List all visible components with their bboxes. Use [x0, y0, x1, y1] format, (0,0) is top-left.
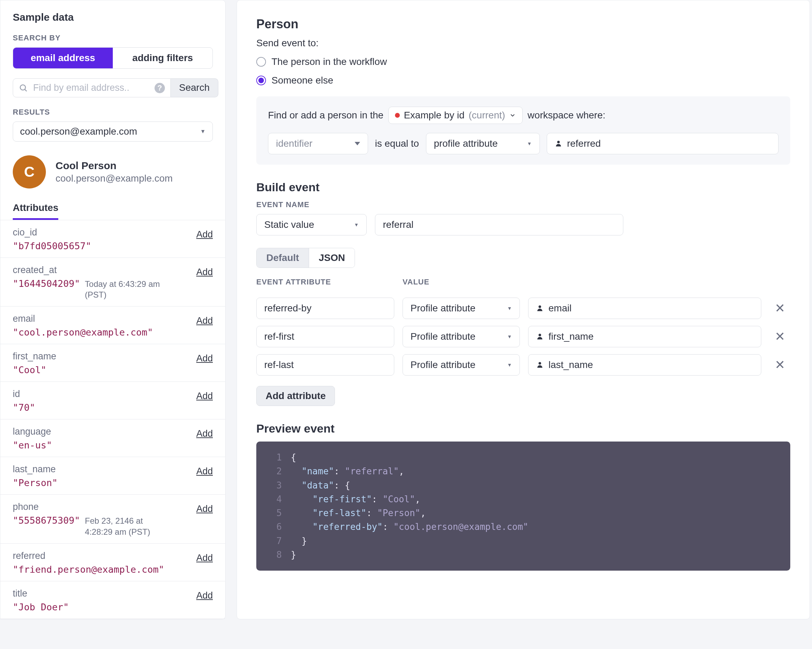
- send-to-label: Send event to:: [256, 38, 790, 49]
- radio-label: The person in the workflow: [272, 56, 387, 67]
- event-attr-type-select[interactable]: Profile attribute ▼: [403, 326, 520, 347]
- event-attr-type-label: Profile attribute: [411, 331, 475, 342]
- event-attr-name-input[interactable]: ref-last: [256, 354, 394, 376]
- preview-event-heading: Preview event: [256, 422, 790, 435]
- attribute-add-button[interactable]: Add: [196, 389, 213, 401]
- attribute-row: referred "friend.person@example.com" Add: [0, 544, 225, 581]
- event-attr-name-input[interactable]: referred-by: [256, 298, 394, 319]
- attribute-row: phone "5558675309" Feb 23, 2146 at 4:28:…: [0, 495, 225, 543]
- event-attr-value-input[interactable]: first_name: [528, 326, 761, 347]
- attribute-add-button[interactable]: Add: [196, 464, 213, 477]
- event-attr-value-input[interactable]: last_name: [528, 354, 761, 376]
- search-button[interactable]: Search: [171, 78, 218, 97]
- tab-attributes[interactable]: Attributes: [13, 202, 58, 220]
- sidebar-tabs: Attributes: [0, 202, 225, 220]
- attribute-add-button[interactable]: Add: [196, 314, 213, 326]
- attribute-add-button[interactable]: Add: [196, 351, 213, 364]
- svg-point-4: [539, 334, 541, 336]
- event-attr-type-select[interactable]: Profile attribute ▼: [403, 298, 520, 319]
- results-label: RESULTS: [13, 108, 213, 117]
- remove-row-button[interactable]: ✕: [769, 302, 790, 314]
- event-attr-name-input[interactable]: ref-first: [256, 326, 394, 347]
- col-value: VALUE: [403, 277, 520, 286]
- event-attr-type-label: Profile attribute: [411, 303, 475, 314]
- pill-default[interactable]: Default: [256, 248, 309, 268]
- attribute-row: cio_id "b7fd05005657" Add: [0, 220, 225, 258]
- seg-email-address[interactable]: email address: [13, 47, 113, 68]
- radio-someone-else[interactable]: Someone else: [256, 75, 790, 86]
- event-attr-value-input[interactable]: email: [528, 298, 761, 319]
- event-attribute-row: ref-last Profile attribute ▼ last_name ✕: [256, 354, 790, 376]
- attribute-add-button[interactable]: Add: [196, 227, 213, 240]
- chevron-down-icon: ▼: [527, 141, 532, 146]
- referred-input[interactable]: referred: [547, 133, 778, 154]
- attribute-value: "Person": [13, 478, 58, 488]
- profile-attribute-select[interactable]: profile attribute ▼: [426, 133, 540, 154]
- attribute-row: language "en-us" Add: [0, 419, 225, 457]
- workspace-select[interactable]: Example by id (current): [388, 107, 523, 124]
- remove-row-button[interactable]: ✕: [769, 359, 790, 371]
- attribute-value: "cool.person@example.com": [13, 327, 153, 338]
- attribute-add-button[interactable]: Add: [196, 265, 213, 277]
- pill-json[interactable]: JSON: [309, 248, 355, 268]
- workspace-current-suffix: (current): [469, 110, 505, 121]
- radio-icon: [256, 57, 266, 67]
- person-email: cool.person@example.com: [55, 173, 173, 184]
- chevron-down-icon: [355, 142, 360, 145]
- attribute-add-button[interactable]: Add: [196, 502, 213, 514]
- attribute-value: "5558675309": [13, 515, 80, 526]
- event-attr-type-select[interactable]: Profile attribute ▼: [403, 354, 520, 376]
- attribute-key: last_name: [13, 464, 58, 475]
- identifier-placeholder: identifier: [276, 138, 313, 149]
- radio-person-in-workflow[interactable]: The person in the workflow: [256, 56, 790, 67]
- format-toggle: Default JSON: [256, 248, 355, 268]
- svg-point-3: [539, 306, 541, 308]
- chevron-down-icon: ▼: [507, 362, 512, 367]
- attribute-key: email: [13, 314, 153, 324]
- sidebar: Sample data SEARCH BY email address addi…: [0, 0, 226, 619]
- attribute-note: Feb 23, 2146 at 4:28:29 am (PST): [85, 516, 164, 537]
- event-attr-value: last_name: [548, 360, 593, 370]
- chevron-down-icon: [509, 112, 516, 119]
- help-icon[interactable]: ?: [154, 83, 165, 93]
- add-attribute-button[interactable]: Add attribute: [256, 386, 335, 406]
- search-icon: [18, 83, 28, 93]
- event-attr-type-label: Profile attribute: [411, 360, 475, 370]
- avatar: C: [13, 155, 46, 188]
- attribute-note: Today at 6:43:29 am (PST): [85, 279, 164, 300]
- event-json-preview: 1{2 "name": "referral",3 "data": {4 "ref…: [256, 442, 790, 571]
- attribute-value: "en-us": [13, 440, 52, 450]
- search-input[interactable]: [32, 82, 150, 93]
- find-person-inset: Find or add a person in the Example by i…: [256, 96, 790, 165]
- workspace-name: Example by id: [404, 110, 465, 121]
- search-input-wrap: ?: [13, 78, 171, 97]
- event-name-input[interactable]: referral: [375, 214, 623, 236]
- attribute-add-button[interactable]: Add: [196, 588, 213, 601]
- results-value: cool.person@example.com: [20, 126, 137, 137]
- attributes-list: cio_id "b7fd05005657" Add created_at "16…: [0, 220, 225, 619]
- remove-row-button[interactable]: ✕: [769, 331, 790, 343]
- event-attribute-row: referred-by Profile attribute ▼ email ✕: [256, 298, 790, 319]
- person-summary: C Cool Person cool.person@example.com: [13, 155, 213, 188]
- attribute-value: "Cool": [13, 364, 47, 375]
- attribute-add-button[interactable]: Add: [196, 426, 213, 439]
- radio-icon: [256, 76, 266, 85]
- attribute-key: referred: [13, 551, 164, 561]
- person-name: Cool Person: [55, 160, 173, 171]
- attribute-row: id "70" Add: [0, 382, 225, 419]
- identifier-select[interactable]: identifier: [268, 133, 368, 154]
- person-icon: [536, 361, 543, 369]
- col-event-attribute: EVENT ATTRIBUTE: [256, 277, 394, 286]
- referred-value: referred: [567, 138, 601, 149]
- find-prefix: Find or add a person in the: [268, 110, 383, 121]
- svg-point-2: [557, 141, 560, 143]
- seg-adding-filters[interactable]: adding filters: [113, 47, 212, 68]
- attribute-key: language: [13, 426, 52, 437]
- svg-line-1: [25, 89, 27, 91]
- results-select[interactable]: cool.person@example.com ▼: [13, 121, 213, 142]
- event-name-type-select[interactable]: Static value ▼: [256, 214, 367, 236]
- person-icon: [536, 305, 543, 312]
- attribute-add-button[interactable]: Add: [196, 551, 213, 563]
- attribute-value: "70": [13, 402, 35, 413]
- find-suffix: workspace where:: [527, 110, 605, 121]
